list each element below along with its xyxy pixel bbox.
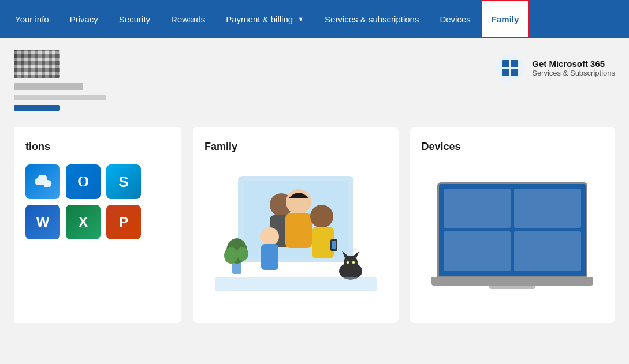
svg-rect-11 — [261, 244, 278, 270]
nav-services-subscriptions[interactable]: Services & subscriptions — [314, 0, 429, 38]
nav-rewards[interactable]: Rewards — [161, 0, 215, 38]
profile-avatar — [14, 50, 60, 78]
windows-logo-icon — [502, 60, 518, 76]
svg-point-20 — [346, 261, 349, 264]
ms365-subtitle: Services & Subscriptions — [532, 69, 615, 77]
profile-name-blur — [14, 83, 83, 90]
cards-row: tions O S — [14, 127, 615, 323]
card-devices[interactable]: Devices — [410, 127, 616, 323]
ms365-promo[interactable]: Get Microsoft 365 Services & Subscriptio… — [496, 50, 615, 87]
ms365-title: Get Microsoft 365 — [532, 59, 615, 69]
app-icon-skype[interactable]: S — [106, 164, 141, 199]
svg-point-5 — [237, 247, 248, 261]
screen-tile-1 — [444, 189, 511, 228]
nav-family[interactable]: Family — [481, 0, 530, 38]
svg-rect-22 — [215, 277, 377, 291]
nav-your-info[interactable]: Your info — [5, 0, 59, 38]
card-options: tions O S — [14, 127, 181, 323]
card-family-title: Family — [204, 141, 387, 153]
top-section: Get Microsoft 365 Services & Subscriptio… — [14, 50, 615, 111]
svg-point-17 — [344, 256, 358, 269]
app-icon-powerpoint[interactable]: P — [106, 205, 141, 239]
nav-privacy[interactable]: Privacy — [59, 0, 109, 38]
card-devices-title: Devices — [422, 141, 604, 153]
screen-tile-3 — [444, 231, 511, 271]
laptop-base — [431, 277, 593, 286]
svg-point-4 — [224, 247, 238, 264]
svg-rect-15 — [332, 241, 336, 249]
svg-rect-9 — [285, 213, 312, 248]
app-icon-excel[interactable]: X — [66, 205, 101, 239]
family-illustration — [204, 164, 387, 291]
devices-illustration — [422, 164, 604, 303]
app-icons-grid: O S W X P — [25, 164, 170, 239]
svg-point-21 — [352, 261, 355, 264]
main-navigation: Your info Privacy Security Rewards Payme… — [0, 0, 629, 38]
laptop-icon — [437, 182, 587, 286]
app-icon-onedrive[interactable] — [25, 164, 60, 199]
nav-payment-billing[interactable]: Payment & billing ▼ — [215, 0, 314, 38]
app-icon-outlook[interactable]: O — [66, 164, 101, 199]
laptop-screen-inner — [444, 189, 581, 271]
nav-payment-billing-label: Payment & billing — [226, 14, 293, 24]
card-options-title: tions — [25, 141, 170, 153]
ms365-icon — [496, 54, 524, 82]
ms365-text: Get Microsoft 365 Services & Subscriptio… — [532, 59, 615, 77]
svg-point-10 — [260, 227, 279, 246]
svg-point-12 — [310, 205, 333, 228]
screen-tile-2 — [514, 189, 581, 228]
profile-email-blur — [14, 95, 106, 100]
nav-devices[interactable]: Devices — [429, 0, 481, 38]
chevron-down-icon: ▼ — [297, 16, 304, 22]
laptop-screen — [437, 182, 587, 277]
screen-tile-4 — [514, 231, 581, 271]
main-content: Get Microsoft 365 Services & Subscriptio… — [0, 38, 629, 364]
profile-bar-small — [14, 105, 60, 111]
profile-area — [14, 50, 106, 111]
card-family[interactable]: Family — [193, 127, 399, 323]
app-icon-word[interactable]: W — [25, 205, 60, 239]
nav-security[interactable]: Security — [109, 0, 161, 38]
